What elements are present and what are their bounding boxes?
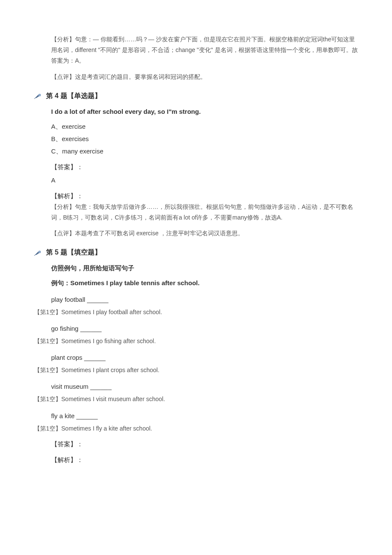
q4-option-c: C、many exercise [51, 145, 358, 157]
svg-point-2 [38, 251, 41, 253]
pin-icon [34, 93, 43, 99]
q5-example-label: 例句： [51, 279, 70, 286]
q5-item-answer: 【第1空】Sometimes I go fishing after school… [34, 336, 358, 347]
q5-item-answer: 【第1空】Sometimes I visit museum after scho… [34, 394, 358, 405]
q5-item-prompt: fly a kite ______ [51, 410, 358, 422]
q5-item-answer: 【第1空】Sometimes I plant crops after schoo… [34, 365, 358, 376]
q5-intro: 仿照例句，用所给短语写句子 [51, 262, 358, 274]
q3-comment: 【点评】这是考查词汇的题目。要掌握名词和冠词的搭配。 [51, 72, 358, 82]
q5-item-prompt: plant crops ______ [51, 352, 358, 363]
q4-answer-label: 【答案】： [51, 161, 358, 173]
q4-answer-value: A [51, 174, 358, 186]
q5-answer-label: 【答案】： [51, 438, 358, 450]
q4-stem: I do a lot of after school every day, so… [51, 106, 358, 117]
q5-title: 第 5 题【填空题】 [46, 246, 101, 259]
q4-option-b: B、exercises [51, 133, 358, 145]
svg-point-0 [38, 94, 41, 96]
q5-item-prompt: visit museum ______ [51, 381, 358, 392]
pin-icon [34, 250, 43, 256]
q5-item-answer: 【第1空】Sometimes I fly a kite after school… [34, 423, 358, 434]
q5-item-prompt: play football ______ [51, 294, 358, 305]
q5-item-prompt: go fishing ______ [51, 323, 358, 334]
q5-example: 例句：Sometimes I play table tennis after s… [51, 277, 358, 289]
q4-jiexi-label: 【解析】： [51, 190, 358, 202]
svg-line-3 [34, 255, 35, 256]
q4-options: A、exercise B、exercises C、many exercise [51, 121, 358, 157]
q3-analysis: 【分析】句意：— 你能看到……吗？— 沙发在窗户下面，但是现在它在照片下面。根据… [51, 34, 358, 66]
q5-header: 第 5 题【填空题】 [34, 246, 358, 259]
q4-analysis: 【分析】句意：我每天放学后做许多……，所以我很强壮。根据后句句意，前句指做许多运… [51, 202, 358, 223]
q5-example-text: Sometimes I play table tennis after scho… [70, 279, 199, 286]
q4-comment: 【点评】本题考查了不可数名词 exercise ，注意平时牢记名词汉语意思。 [51, 228, 358, 239]
q5-item-answer: 【第1空】Sometimes I play football after sch… [34, 307, 358, 318]
q5-jiexi-label: 【解析】： [51, 454, 358, 465]
q4-header: 第 4 题【单选题】 [34, 90, 358, 102]
q4-title: 第 4 题【单选题】 [46, 90, 101, 102]
svg-line-1 [34, 98, 35, 99]
q4-option-a: A、exercise [51, 121, 358, 132]
